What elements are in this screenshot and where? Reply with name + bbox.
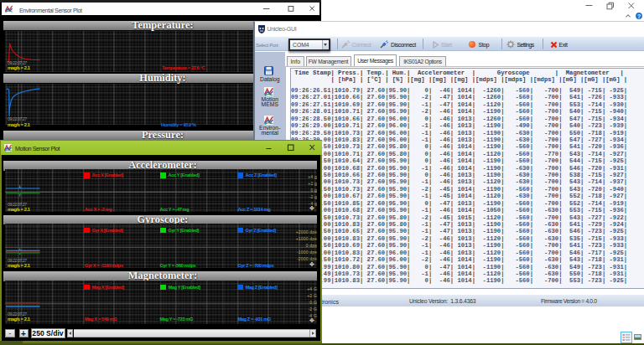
svg-text:?: ? <box>637 13 641 19</box>
